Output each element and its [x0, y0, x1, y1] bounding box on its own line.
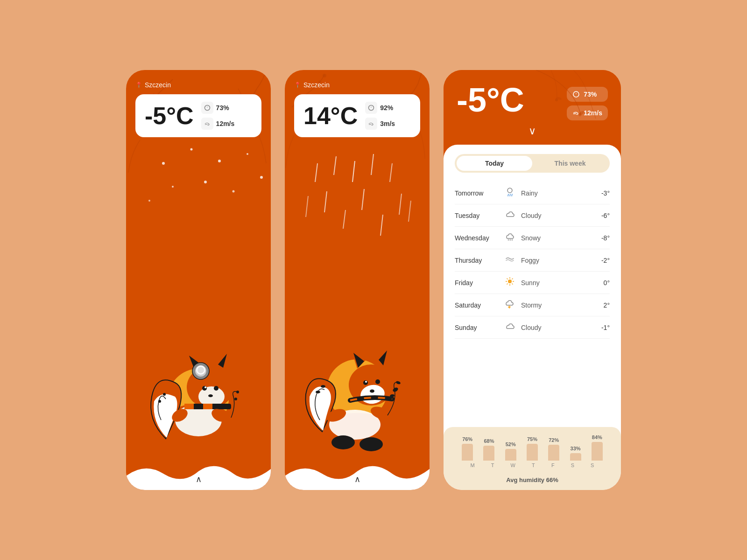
temperature-display: -5°C — [145, 104, 194, 128]
tab-this-week[interactable]: This week — [532, 156, 608, 171]
forecast-row: Sunday Cloudy -1° — [455, 316, 610, 339]
right-panel: -5°C ° 73% 12m/s ∨ — [444, 70, 621, 490]
forecast-condition: Cloudy — [521, 324, 593, 331]
middle-humidity-icon-box: ° — [365, 102, 377, 114]
humidity-column: 72% — [548, 437, 559, 461]
humidity-percent: 68% — [484, 438, 494, 444]
humidity-percent: 52% — [506, 441, 516, 447]
humidity-column: 52% — [505, 441, 516, 461]
humidity-column: 68% — [483, 438, 494, 461]
svg-point-37 — [234, 398, 237, 400]
forecast-temp: -6° — [593, 212, 610, 219]
right-wind-box: 12m/s — [567, 105, 608, 120]
svg-line-84 — [508, 194, 508, 196]
forecast-condition: Rainy — [521, 189, 593, 197]
svg-point-22 — [202, 386, 207, 391]
forecast-weather-icon — [501, 321, 518, 334]
middle-humidity-value: 92% — [380, 104, 393, 112]
humidity-row: ° 73% — [201, 102, 235, 114]
svg-point-38 — [236, 391, 239, 393]
humidity-bar — [462, 444, 473, 461]
middle-fox-area — [285, 145, 430, 457]
humidity-bars: 76% 68% 52% 75% 72% 33% 84% — [453, 434, 612, 461]
middle-location-row: 📍 Szczecin — [294, 81, 420, 89]
forecast-day: Wednesday — [455, 234, 501, 242]
middle-arrow-up-icon[interactable]: ∧ — [354, 474, 360, 484]
right-temperature: -5°C — [457, 83, 524, 117]
right-wind-value: 12m/s — [584, 109, 602, 117]
humidity-column: 75% — [527, 436, 538, 461]
humidity-percent: 33% — [571, 446, 581, 451]
forecast-row: Thursday Foggy -2° — [455, 249, 610, 272]
wind-row: 12m/s — [201, 118, 235, 130]
svg-point-67 — [370, 390, 374, 393]
forecast-condition: Snowy — [521, 234, 593, 242]
svg-rect-32 — [203, 404, 212, 409]
forecast-condition: Foggy — [521, 257, 593, 264]
forecast-row: Saturday Stormy 2° — [455, 294, 610, 316]
middle-phone-top: 📍 Szczecin 14°C ° 92% — [285, 70, 430, 145]
humidity-day-label: F — [551, 462, 555, 468]
svg-text:°: ° — [206, 106, 208, 110]
humidity-day-label: S — [591, 462, 594, 468]
middle-temperature-display: 14°C — [303, 104, 358, 128]
right-temp-row: -5°C ° 73% 12m/s — [457, 83, 608, 120]
svg-text:°: ° — [371, 106, 372, 110]
forecast-temp: -3° — [593, 189, 610, 197]
humidity-percent: 72% — [549, 437, 559, 443]
chevron-down-icon[interactable]: ∨ — [457, 120, 608, 145]
forecast-weather-icon — [501, 299, 518, 311]
forecast-temp: 0° — [593, 279, 610, 287]
weather-stats: ° 73% 12m/s — [201, 102, 235, 130]
location-name: Szczecin — [145, 81, 171, 89]
forecast-condition: Stormy — [521, 301, 593, 309]
wind-icon-box — [201, 118, 213, 130]
humidity-day-label: T — [491, 462, 494, 468]
svg-point-65 — [375, 379, 380, 384]
forecast-condition: Sunny — [521, 279, 593, 287]
svg-point-25 — [208, 394, 213, 397]
svg-point-23 — [214, 386, 218, 391]
humidity-day-label: M — [471, 462, 475, 468]
forecast-day: Sunday — [455, 324, 501, 331]
humidity-bar — [570, 453, 581, 461]
svg-point-89 — [512, 239, 513, 241]
svg-line-96 — [512, 284, 513, 285]
humidity-column: 76% — [462, 436, 473, 461]
right-stats: ° 73% 12m/s — [567, 87, 608, 120]
forecast-row: Wednesday Snowy -8° — [455, 227, 610, 249]
bottom-wave: ∧ — [126, 457, 271, 490]
svg-point-24 — [204, 386, 206, 388]
middle-weather-stats: ° 92% 3m/s — [365, 102, 395, 130]
humidity-bar — [505, 449, 516, 461]
forecast-weather-icon — [501, 254, 518, 266]
left-phone: 📍 Szczecin -5°C ° 73% — [126, 70, 271, 490]
humidity-value: 73% — [216, 104, 229, 112]
humidity-bar — [527, 444, 538, 461]
tabs-row: Today This week — [455, 154, 610, 173]
forecast-row: Friday Sunny 0° — [455, 272, 610, 294]
svg-point-36 — [163, 393, 166, 396]
middle-wind-value: 3m/s — [380, 120, 395, 127]
forecast-day: Saturday — [455, 301, 501, 309]
forecast-condition: Cloudy — [521, 212, 593, 219]
middle-location-name: Szczecin — [303, 81, 330, 89]
middle-weather-info-box: 14°C ° 92% — [294, 94, 420, 137]
svg-line-95 — [507, 279, 508, 280]
humidity-percent: 76% — [462, 436, 472, 442]
humidity-percent: 75% — [527, 436, 537, 442]
forecast-weather-icon — [501, 209, 518, 222]
forecast-temp: -2° — [593, 257, 610, 264]
humidity-bar — [592, 442, 603, 461]
svg-point-35 — [158, 400, 161, 403]
arrow-up-icon[interactable]: ∧ — [196, 474, 202, 484]
forecast-weather-icon — [501, 276, 518, 289]
svg-point-87 — [508, 239, 509, 241]
humidity-icon-box: ° — [201, 102, 213, 114]
tab-today[interactable]: Today — [457, 156, 532, 171]
svg-text:°: ° — [576, 92, 577, 97]
svg-line-85 — [510, 194, 510, 196]
middle-phone: 📍 Szczecin 14°C ° 92% — [285, 70, 430, 490]
forecast-day: Tuesday — [455, 212, 501, 219]
left-phone-top: 📍 Szczecin -5°C ° 73% — [126, 70, 271, 145]
